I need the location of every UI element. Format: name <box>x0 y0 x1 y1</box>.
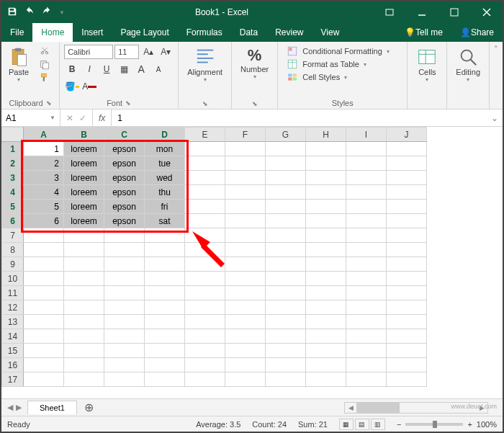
tab-file[interactable]: File <box>1 23 32 42</box>
row-header[interactable]: 15 <box>2 344 24 358</box>
cell[interactable]: 5 <box>24 200 64 214</box>
cell[interactable] <box>185 200 225 214</box>
cell[interactable] <box>306 185 346 200</box>
cell-styles-button[interactable]: Cell Styles ▾ <box>287 72 398 82</box>
col-header[interactable]: F <box>225 128 266 142</box>
tab-page-layout[interactable]: Page Layout <box>112 23 177 42</box>
cell[interactable]: loreem <box>64 156 104 171</box>
bold-button[interactable]: B <box>64 62 80 76</box>
zoom-in-icon[interactable]: + <box>467 420 472 429</box>
sheet-nav-next-icon[interactable]: ▶ <box>16 403 22 412</box>
clipboard-dialog-icon[interactable]: ⬊ <box>46 99 52 107</box>
cell[interactable]: epson <box>104 185 145 200</box>
cell[interactable] <box>185 142 225 156</box>
cell[interactable] <box>185 185 225 200</box>
name-box[interactable]: A1▼ <box>1 110 60 126</box>
border-button[interactable]: ▦ <box>116 62 132 76</box>
cell[interactable]: mon <box>145 142 185 156</box>
worksheet-grid[interactable]: A B C D E F G H I J 11loreemepsonmon 22l… <box>1 127 503 387</box>
cell[interactable] <box>266 156 306 171</box>
col-header[interactable]: C <box>104 128 145 142</box>
paste-button[interactable]: Paste ▾ <box>6 45 32 97</box>
cell[interactable] <box>387 214 427 228</box>
tab-formulas[interactable]: Formulas <box>178 23 231 42</box>
row-header[interactable]: 17 <box>2 372 24 387</box>
expand-formula-bar-icon[interactable]: ⌄ <box>487 113 503 123</box>
cell[interactable] <box>346 142 387 156</box>
cell[interactable]: sat <box>145 214 185 228</box>
qat-dropdown-icon[interactable]: ▼ <box>59 9 65 16</box>
row-header[interactable]: 16 <box>2 358 24 372</box>
collapse-ribbon-icon[interactable]: ˄ <box>490 42 503 109</box>
cell[interactable] <box>266 185 306 200</box>
share-button[interactable]: 👤 Share <box>451 23 503 42</box>
select-all-corner[interactable] <box>2 128 24 142</box>
font-size-combo[interactable]: 11 <box>114 45 139 59</box>
cell[interactable] <box>387 142 427 156</box>
cell[interactable]: fri <box>145 200 185 214</box>
alignment-button[interactable]: Alignment▾ <box>183 45 227 99</box>
row-header[interactable]: 14 <box>2 329 24 344</box>
sheet-nav-prev-icon[interactable]: ◀ <box>7 403 13 412</box>
close-icon[interactable] <box>470 1 503 23</box>
col-header[interactable]: B <box>64 128 104 142</box>
cell[interactable] <box>306 142 346 156</box>
cell[interactable] <box>185 156 225 171</box>
font-grow-icon[interactable]: A <box>133 62 149 76</box>
col-header[interactable]: G <box>266 128 306 142</box>
cell[interactable] <box>306 200 346 214</box>
cell[interactable] <box>387 171 427 185</box>
enter-formula-icon[interactable]: ✓ <box>79 113 86 123</box>
cell[interactable]: 4 <box>24 185 64 200</box>
row-header[interactable]: 11 <box>2 286 24 300</box>
new-sheet-icon[interactable]: ⊕ <box>77 401 101 414</box>
tab-home[interactable]: Home <box>32 23 73 42</box>
cell[interactable] <box>387 200 427 214</box>
italic-button[interactable]: I <box>81 62 97 76</box>
cell[interactable]: loreem <box>64 185 104 200</box>
cell[interactable]: 2 <box>24 156 64 171</box>
ribbon-display-icon[interactable] <box>373 1 405 23</box>
cells-button[interactable]: Cells▾ <box>412 45 442 106</box>
cell[interactable]: wed <box>145 171 185 185</box>
cell[interactable] <box>225 142 266 156</box>
format-painter-icon[interactable] <box>37 72 52 84</box>
zoom-control[interactable]: − + 100% <box>397 420 497 429</box>
font-name-combo[interactable]: Calibri <box>64 45 113 59</box>
row-header[interactable]: 5 <box>2 200 24 214</box>
alignment-dialog-icon[interactable]: ⬊ <box>202 100 208 107</box>
font-dialog-icon[interactable]: ⬊ <box>125 99 131 107</box>
cell[interactable]: loreem <box>64 171 104 185</box>
cell[interactable] <box>225 200 266 214</box>
cell[interactable]: thu <box>145 185 185 200</box>
number-button[interactable]: % Number▾ <box>236 45 273 99</box>
cell[interactable]: 6 <box>24 214 64 228</box>
cell[interactable] <box>306 171 346 185</box>
cell[interactable]: 1 <box>24 142 64 156</box>
cell[interactable] <box>225 214 266 228</box>
row-header[interactable]: 12 <box>2 300 24 315</box>
formula-input[interactable]: 1 <box>112 110 487 126</box>
cell[interactable] <box>306 214 346 228</box>
cell[interactable] <box>346 200 387 214</box>
cancel-formula-icon[interactable]: ✕ <box>66 113 73 123</box>
cell[interactable] <box>225 156 266 171</box>
tab-review[interactable]: Review <box>266 23 312 42</box>
tell-me[interactable]: 💡 Tell me <box>396 23 451 42</box>
view-normal-icon[interactable]: ▦ <box>339 419 354 430</box>
cell[interactable] <box>346 156 387 171</box>
cell[interactable]: loreem <box>64 214 104 228</box>
row-header[interactable]: 8 <box>2 243 24 257</box>
cell[interactable] <box>266 214 306 228</box>
cell[interactable]: 3 <box>24 171 64 185</box>
row-header[interactable]: 6 <box>2 214 24 228</box>
fill-color-button[interactable]: 🪣 <box>64 79 80 94</box>
conditional-formatting-button[interactable]: Conditional Formatting ▾ <box>287 46 398 56</box>
cell[interactable] <box>266 142 306 156</box>
cell[interactable] <box>185 214 225 228</box>
cell[interactable]: tue <box>145 156 185 171</box>
row-header[interactable]: 4 <box>2 185 24 200</box>
col-header[interactable]: A <box>24 128 64 142</box>
row-header[interactable]: 9 <box>2 257 24 272</box>
col-header[interactable]: E <box>185 128 225 142</box>
